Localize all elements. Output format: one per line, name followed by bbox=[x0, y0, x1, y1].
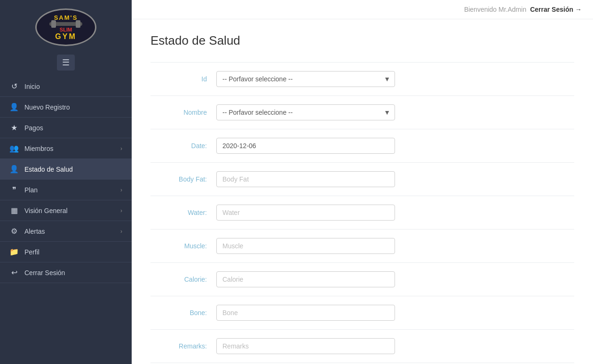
sidebar-item-plan[interactable]: ❞Plan› bbox=[0, 180, 132, 200]
sidebar-item-label-miembros: Miembros bbox=[24, 145, 120, 152]
cerrar-sesion-icon: ↩ bbox=[9, 268, 19, 277]
logout-link[interactable]: Cerrar Sesión → bbox=[530, 6, 582, 13]
water-input-wrap bbox=[216, 205, 395, 221]
vision-general-arrow-icon: › bbox=[120, 207, 122, 214]
sidebar-item-vision-general[interactable]: ▦Visión General› bbox=[0, 200, 132, 221]
id-label: Id bbox=[150, 75, 216, 83]
alertas-arrow-icon: › bbox=[120, 228, 122, 235]
form-row-muscle: Muscle: bbox=[150, 229, 574, 263]
calorie-input[interactable] bbox=[216, 271, 395, 287]
sidebar-item-cerrar-sesion[interactable]: ↩Cerrar Sesión bbox=[0, 262, 132, 283]
estado-de-salud-icon: 👤 bbox=[9, 165, 19, 174]
sidebar-item-estado-de-salud[interactable]: 👤Estado de Salud bbox=[0, 159, 132, 180]
logout-icon: → bbox=[575, 6, 582, 13]
inicio-icon: ↺ bbox=[9, 82, 19, 91]
logo-barbell bbox=[49, 22, 82, 26]
sidebar-nav: ↺Inicio👤Nuevo Registro★Pagos👥Miembros›👤E… bbox=[0, 76, 132, 283]
calorie-label: Calorie: bbox=[150, 276, 216, 283]
sidebar-item-label-alertas: Alertas bbox=[24, 228, 120, 235]
sidebar-item-label-perfil: Perfil bbox=[24, 248, 122, 256]
hamburger-area: ☰ bbox=[0, 51, 132, 76]
plan-arrow-icon: › bbox=[120, 187, 122, 193]
hamburger-button[interactable]: ☰ bbox=[57, 55, 75, 71]
logout-label: Cerrar Sesión bbox=[530, 6, 573, 13]
sidebar-item-label-nuevo-registro: Nuevo Registro bbox=[24, 103, 122, 111]
bone-input-wrap bbox=[216, 305, 395, 321]
pagos-icon: ★ bbox=[9, 123, 19, 132]
logo-area: SAM'S SLIM GYM bbox=[0, 0, 132, 51]
body-fat-input-wrap bbox=[216, 171, 395, 187]
sidebar: SAM'S SLIM GYM ☰ ↺Inicio👤Nuevo Registro★… bbox=[0, 0, 132, 364]
calorie-input-wrap bbox=[216, 271, 395, 287]
nuevo-registro-icon: 👤 bbox=[9, 103, 19, 111]
form-row-remarks: Remarks: bbox=[150, 330, 574, 363]
miembros-icon: 👥 bbox=[9, 144, 19, 153]
logo: SAM'S SLIM GYM bbox=[35, 8, 96, 46]
id-select[interactable]: -- Porfavor seleccione -- bbox=[216, 71, 395, 87]
sidebar-item-perfil[interactable]: 📁Perfil bbox=[0, 242, 132, 262]
id-select-wrap: -- Porfavor seleccione -- ▼ bbox=[216, 71, 395, 87]
sidebar-item-label-cerrar-sesion: Cerrar Sesión bbox=[24, 269, 122, 277]
nombre-select[interactable]: -- Porfavor seleccione -- bbox=[216, 104, 395, 120]
plan-icon: ❞ bbox=[9, 185, 19, 194]
page-content: Estado de Salud Id -- Porfavor seleccion… bbox=[132, 19, 593, 364]
bone-label: Bone: bbox=[150, 309, 216, 317]
sidebar-item-label-vision-general: Visión General bbox=[24, 207, 120, 214]
logo-slim: SLIM bbox=[60, 27, 72, 32]
sidebar-item-inicio[interactable]: ↺Inicio bbox=[0, 76, 132, 97]
body-fat-input[interactable] bbox=[216, 171, 395, 187]
form-row-nombre: Nombre -- Porfavor seleccione -- ▼ bbox=[150, 96, 574, 129]
sidebar-item-nuevo-registro[interactable]: 👤Nuevo Registro bbox=[0, 97, 132, 118]
alertas-icon: ⚙ bbox=[9, 227, 19, 236]
body-fat-label: Body Fat: bbox=[150, 175, 216, 183]
sidebar-item-label-plan: Plan bbox=[24, 186, 120, 194]
muscle-input[interactable] bbox=[216, 238, 395, 254]
water-input[interactable] bbox=[216, 205, 395, 221]
muscle-input-wrap bbox=[216, 238, 395, 254]
form-row-calorie: Calorie: bbox=[150, 263, 574, 296]
health-form: Id -- Porfavor seleccione -- ▼ Nombre --… bbox=[150, 62, 574, 364]
muscle-label: Muscle: bbox=[150, 242, 216, 250]
header: Bienvenido Mr.Admin Cerrar Sesión → bbox=[132, 0, 593, 19]
sidebar-item-label-pagos: Pagos bbox=[24, 124, 122, 132]
miembros-arrow-icon: › bbox=[120, 145, 122, 152]
perfil-icon: 📁 bbox=[9, 247, 19, 256]
form-row-water: Water: bbox=[150, 196, 574, 229]
sidebar-item-label-estado-de-salud: Estado de Salud bbox=[24, 166, 122, 173]
remarks-label: Remarks: bbox=[150, 342, 216, 350]
form-row-body-fat: Body Fat: bbox=[150, 163, 574, 196]
bone-input[interactable] bbox=[216, 305, 395, 321]
remarks-input-wrap bbox=[216, 338, 395, 354]
date-label: Date: bbox=[150, 142, 216, 150]
form-row-id: Id -- Porfavor seleccione -- ▼ bbox=[150, 63, 574, 96]
sidebar-item-alertas[interactable]: ⚙Alertas› bbox=[0, 221, 132, 242]
welcome-text: Bienvenido Mr.Admin bbox=[464, 6, 526, 13]
vision-general-icon: ▦ bbox=[9, 206, 19, 215]
form-row-date: Date: bbox=[150, 129, 574, 163]
date-input[interactable] bbox=[216, 138, 395, 154]
sidebar-item-pagos[interactable]: ★Pagos bbox=[0, 118, 132, 138]
nombre-label: Nombre bbox=[150, 109, 216, 116]
sidebar-item-label-inicio: Inicio bbox=[24, 83, 122, 90]
logo-sams: SAM'S bbox=[54, 14, 78, 21]
date-input-wrap bbox=[216, 138, 395, 154]
logo-gym: GYM bbox=[55, 32, 76, 41]
sidebar-item-miembros[interactable]: 👥Miembros› bbox=[0, 138, 132, 159]
remarks-input[interactable] bbox=[216, 338, 395, 354]
nombre-select-wrap: -- Porfavor seleccione -- ▼ bbox=[216, 104, 395, 120]
main-content: Bienvenido Mr.Admin Cerrar Sesión → Esta… bbox=[132, 0, 593, 364]
page-title: Estado de Salud bbox=[150, 33, 574, 48]
form-row-bone: Bone: bbox=[150, 296, 574, 330]
water-label: Water: bbox=[150, 209, 216, 216]
